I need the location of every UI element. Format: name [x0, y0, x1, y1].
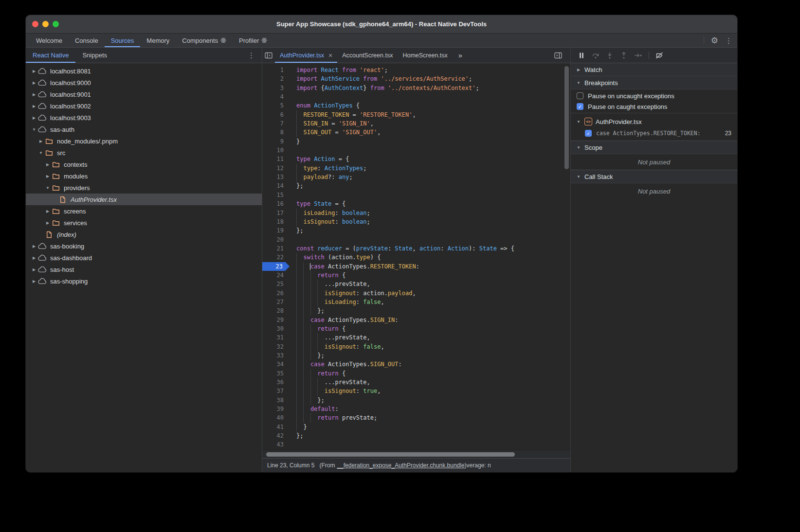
toggle-sidebar-icon[interactable] — [552, 48, 564, 63]
tab-console[interactable]: Console — [69, 34, 105, 47]
line-number[interactable]: 34 — [262, 360, 284, 369]
code-line-40[interactable]: 40 return prevState; — [262, 413, 570, 422]
line-number[interactable]: 29 — [262, 316, 284, 324]
pause-uncaught-checkbox[interactable]: ✓ — [577, 92, 583, 99]
line-number[interactable]: 26 — [262, 289, 284, 298]
code-line-3[interactable]: 3import {AuthContext} from '../contexts/… — [262, 84, 570, 92]
line-number[interactable]: 22 — [262, 253, 284, 262]
line-number[interactable]: 33 — [262, 351, 284, 360]
line-number[interactable]: 9 — [262, 137, 284, 146]
tree-item-sas-auth[interactable]: ▼sas-auth — [26, 124, 262, 135]
line-number[interactable]: 13 — [262, 173, 284, 181]
tree-item-localhost-9002[interactable]: ▶localhost:9002 — [26, 100, 262, 112]
code-line-42[interactable]: 42}; — [262, 431, 570, 440]
more-tabs-chevron[interactable]: » — [453, 51, 468, 59]
code-line-9[interactable]: 9} — [262, 137, 570, 146]
tree-arrow-collapsed-icon[interactable]: ▶ — [31, 256, 37, 260]
tree-item-localhost-9001[interactable]: ▶localhost:9001 — [26, 89, 262, 100]
line-number[interactable]: 39 — [262, 405, 284, 413]
code-line-23[interactable]: 23 case ActionTypes.RESTORE_TOKEN: — [262, 262, 570, 271]
line-number[interactable]: 1 — [262, 66, 284, 74]
active-line-breakpoint-badge[interactable]: 23 — [262, 262, 290, 271]
editor-tab-accountscreen-tsx[interactable]: AccountScreen.tsx — [337, 48, 398, 63]
line-number[interactable]: 8 — [262, 128, 284, 137]
line-number[interactable]: 4 — [262, 92, 284, 101]
tab-memory[interactable]: Memory — [140, 34, 176, 47]
editor-vertical-scrollbar[interactable] — [564, 66, 569, 169]
step-into-icon[interactable] — [606, 52, 614, 59]
tree-arrow-expanded-icon[interactable]: ▼ — [37, 151, 44, 155]
pause-caught-checkbox[interactable]: ✓ — [577, 103, 583, 110]
code-line-5[interactable]: 5enum ActionTypes { — [262, 101, 570, 110]
tree-item-services[interactable]: ▶services — [26, 217, 262, 229]
code-line-14[interactable]: 14}; — [262, 181, 570, 190]
code-line-11[interactable]: 11type Action = { — [262, 155, 570, 163]
code-line-21[interactable]: 21const reducer = (prevState: State, act… — [262, 244, 570, 253]
code-line-24[interactable]: 24 return { — [262, 271, 570, 280]
code-line-34[interactable]: 34 case ActionTypes.SIGN_OUT: — [262, 360, 570, 369]
line-number[interactable]: 42 — [262, 431, 284, 440]
hide-navigator-icon[interactable] — [262, 48, 275, 63]
navigator-tab-snippets[interactable]: Snippets — [75, 48, 114, 63]
section-call-stack[interactable]: ▼ Call Stack — [571, 170, 737, 183]
line-number[interactable]: 18 — [262, 217, 284, 226]
code-line-13[interactable]: 13 payload?: any; — [262, 173, 570, 181]
tree-item-node-modules-pnpm[interactable]: ▶node_modules/.pnpm — [26, 135, 262, 147]
tree-item-modules[interactable]: ▶modules — [26, 170, 262, 182]
line-number[interactable]: 38 — [262, 396, 284, 405]
maximize-window-button[interactable] — [53, 21, 59, 27]
line-number[interactable]: 2 — [262, 74, 284, 83]
code-line-43[interactable]: 43 — [262, 440, 570, 449]
code-line-8[interactable]: 8 SIGN_OUT = 'SIGN_OUT', — [262, 128, 570, 137]
tab-components[interactable]: Components — [176, 34, 233, 47]
line-number[interactable]: 36 — [262, 378, 284, 387]
code-line-4[interactable]: 4 — [262, 92, 570, 101]
tree-arrow-collapsed-icon[interactable]: ▶ — [31, 104, 37, 108]
tree-item-sas-host[interactable]: ▶sas-host — [26, 264, 262, 275]
code-line-38[interactable]: 38 }; — [262, 396, 570, 405]
line-number[interactable]: 20 — [262, 235, 284, 244]
line-number[interactable]: 43 — [262, 440, 284, 449]
code-line-25[interactable]: 25 ...prevState, — [262, 280, 570, 288]
code-line-22[interactable]: 22 switch (action.type) { — [262, 253, 570, 262]
section-watch[interactable]: ▶ Watch — [571, 63, 737, 76]
step-icon[interactable] — [634, 52, 642, 59]
code-line-37[interactable]: 37 isSignout: true, — [262, 387, 570, 395]
step-over-icon[interactable] — [592, 52, 600, 59]
code-line-20[interactable]: 20 — [262, 235, 570, 244]
code-line-32[interactable]: 32 isSignout: false, — [262, 342, 570, 351]
tree-arrow-expanded-icon[interactable]: ▼ — [31, 127, 37, 132]
tree-item-localhost-9003[interactable]: ▶localhost:9003 — [26, 112, 262, 124]
code-line-15[interactable]: 15 — [262, 191, 570, 199]
close-tab-icon[interactable]: × — [328, 52, 332, 59]
tree-item-src[interactable]: ▼src — [26, 147, 262, 159]
code-line-27[interactable]: 27 isLoading: false, — [262, 298, 570, 306]
line-number[interactable]: 32 — [262, 342, 284, 351]
code-line-10[interactable]: 10 — [262, 146, 570, 155]
code-line-35[interactable]: 35 return { — [262, 369, 570, 378]
code-line-39[interactable]: 39 default: — [262, 405, 570, 413]
line-number[interactable]: 35 — [262, 369, 284, 378]
line-number[interactable]: 27 — [262, 298, 284, 306]
line-number[interactable]: 12 — [262, 164, 284, 173]
tree-arrow-collapsed-icon[interactable]: ▶ — [31, 81, 37, 85]
tree-item-localhost-9000[interactable]: ▶localhost:9000 — [26, 77, 262, 89]
code-line-12[interactable]: 12 type: ActionTypes; — [262, 164, 570, 173]
code-line-29[interactable]: 29 case ActionTypes.SIGN_IN: — [262, 316, 570, 324]
line-number[interactable]: 17 — [262, 209, 284, 217]
tree-arrow-collapsed-icon[interactable]: ▶ — [31, 267, 37, 272]
tree-arrow-collapsed-icon[interactable]: ▶ — [44, 174, 51, 178]
navigator-tab-react-native[interactable]: React Native — [26, 48, 75, 63]
tree-item-contexts[interactable]: ▶contexts — [26, 159, 262, 170]
line-number[interactable]: 14 — [262, 181, 284, 190]
line-number[interactable]: 24 — [262, 271, 284, 280]
step-out-icon[interactable] — [620, 52, 628, 59]
code-line-33[interactable]: 33 }; — [262, 351, 570, 360]
tree-item-sas-dashboard[interactable]: ▶sas-dashboard — [26, 252, 262, 264]
line-number[interactable]: 21 — [262, 244, 284, 253]
deactivate-breakpoints-icon[interactable] — [655, 52, 664, 59]
breakpoint-file-row[interactable]: ▼ <> AuthProvider.tsx — [571, 116, 737, 127]
line-number[interactable]: 28 — [262, 306, 284, 315]
pause-uncaught-row[interactable]: ✓ Pause on uncaught exceptions — [571, 90, 737, 101]
tree-arrow-collapsed-icon[interactable]: ▶ — [31, 116, 37, 120]
